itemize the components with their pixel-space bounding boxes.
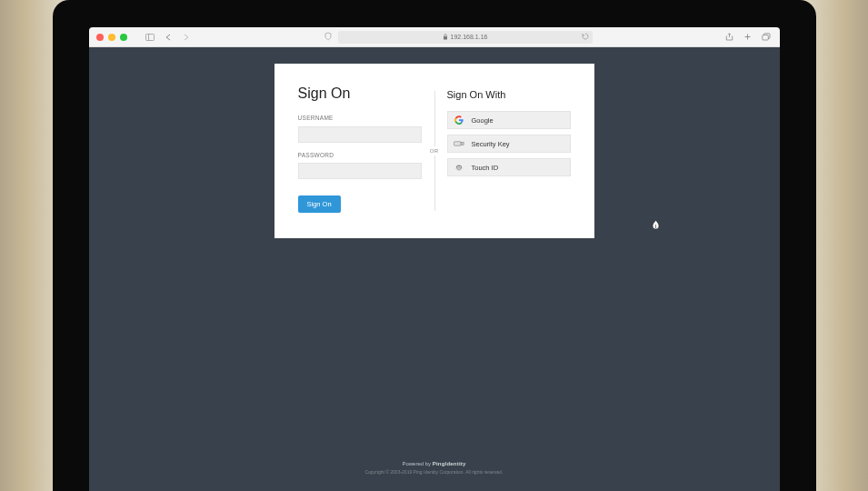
plus-icon [743, 33, 752, 41]
svg-point-9 [458, 144, 459, 145]
toolbar-right [723, 31, 773, 44]
svg-rect-2 [444, 36, 447, 40]
address-text: 192.168.1.16 [451, 34, 488, 40]
laptop-frame: 192.168.1.16 [53, 0, 816, 491]
close-window-button[interactable] [96, 34, 104, 41]
page-footer: Powered by PingIdentity Copyright © 2003… [364, 461, 503, 491]
address-bar-wrap: 192.168.1.16 [198, 31, 718, 44]
window-controls [96, 34, 127, 41]
shield-icon [324, 32, 333, 41]
svg-rect-6 [461, 143, 464, 145]
credentials-panel: Sign On USERNAME PASSWORD Sign On [298, 85, 434, 213]
share-button[interactable] [723, 31, 736, 44]
svg-rect-0 [145, 34, 154, 40]
svg-point-7 [455, 144, 456, 145]
share-icon [725, 33, 733, 41]
password-label: PASSWORD [298, 152, 422, 158]
forward-button[interactable] [180, 31, 193, 44]
username-label: USERNAME [298, 115, 422, 121]
chevron-left-icon [165, 34, 171, 41]
signon-card: Sign On USERNAME PASSWORD Sign On OR Sig… [274, 64, 594, 238]
reader-mode-button[interactable] [324, 32, 333, 43]
fingerprint-icon [454, 162, 464, 173]
federated-panel: Sign On With Google Security Key [434, 85, 571, 213]
idp-label: Security Key [472, 140, 510, 148]
svg-point-8 [456, 144, 457, 145]
tabs-button[interactable] [760, 31, 773, 44]
powered-prefix: Powered by [402, 461, 432, 466]
address-bar[interactable]: 192.168.1.16 [338, 31, 593, 44]
sidebar-toggle-button[interactable] [144, 31, 156, 44]
signon-button[interactable]: Sign On [298, 195, 341, 213]
password-input[interactable] [298, 163, 422, 179]
new-tab-button[interactable] [742, 31, 754, 44]
browser-toolbar: 192.168.1.16 [89, 27, 780, 47]
page-content: Sign On USERNAME PASSWORD Sign On OR Sig… [89, 47, 780, 491]
signon-title: Sign On [298, 85, 422, 102]
maximize-window-button[interactable] [120, 34, 127, 41]
minimize-window-button[interactable] [108, 34, 115, 41]
copyright: Copyright © 2003-2019 Ping Identity Corp… [364, 469, 503, 475]
screen: 192.168.1.16 [89, 27, 780, 491]
cursor-icon [652, 220, 660, 233]
back-button[interactable] [162, 31, 175, 44]
reload-icon [582, 33, 589, 40]
username-input[interactable] [298, 126, 422, 143]
signon-with-title: Sign On With [447, 89, 571, 100]
lock-icon [443, 34, 448, 41]
idp-security-key-button[interactable]: Security Key [447, 135, 571, 153]
idp-touch-id-button[interactable]: Touch ID [447, 158, 571, 176]
sidebar-icon [145, 34, 155, 41]
google-icon [454, 115, 464, 125]
security-key-icon [454, 138, 464, 149]
powered-brand: PingIdentity [433, 461, 466, 466]
idp-label: Google [472, 116, 494, 125]
chevron-right-icon [184, 34, 189, 41]
tabs-icon [762, 33, 771, 41]
powered-by: Powered by PingIdentity [364, 461, 503, 466]
reload-button[interactable] [582, 33, 589, 42]
idp-google-button[interactable]: Google [447, 111, 571, 129]
idp-label: Touch ID [472, 164, 499, 172]
svg-rect-4 [762, 35, 768, 41]
